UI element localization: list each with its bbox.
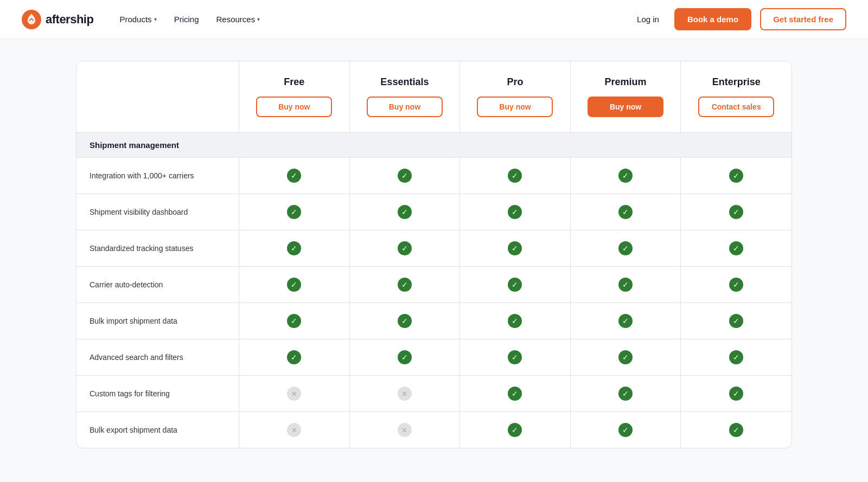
feature-row-visibility: Shipment visibility dashboard ✓ ✓ ✓ ✓ ✓ [76,194,792,230]
plan-name-free: Free [284,76,304,88]
feature-cell: ✓ [681,412,792,448]
nav-products[interactable]: Products ▾ [119,15,156,24]
check-icon: ✓ [729,423,743,437]
buy-essentials-button[interactable]: Buy now [367,97,443,117]
feature-cell: ✓ [350,339,461,375]
feature-cell: ✓ [681,194,792,230]
col-plan-pro: Pro Buy now [460,61,571,132]
check-icon: ✓ [618,169,633,183]
feature-cell: ✓ [571,158,681,194]
feature-cell: ✓ [239,339,350,375]
chevron-down-icon: ▾ [154,16,157,22]
check-icon: ✓ [287,169,301,183]
feature-label-statuses: Standardized tracking statuses [76,230,239,266]
feature-cell: ✓ [681,376,792,412]
feature-row-statuses: Standardized tracking statuses ✓ ✓ ✓ ✓ ✓ [76,230,792,267]
logo-icon [22,10,41,29]
book-demo-button[interactable]: Book a demo [674,8,751,30]
nav-resources[interactable]: Resources ▾ [216,15,260,24]
logo-text: aftership [46,12,93,27]
col-plan-essentials: Essentials Buy now [350,61,461,132]
feature-row-bulk-import: Bulk import shipment data ✓ ✓ ✓ ✓ ✓ [76,303,792,339]
check-icon: ✓ [508,205,522,219]
feature-row-search: Advanced search and filters ✓ ✓ ✓ ✓ ✓ [76,339,792,376]
check-icon: ✓ [287,241,301,255]
check-icon: ✓ [618,314,633,328]
feature-cell: ✓ [460,376,571,412]
check-icon: ✓ [618,387,633,401]
buy-free-button[interactable]: Buy now [256,97,332,117]
buy-pro-button[interactable]: Buy now [477,97,553,117]
feature-cell: ✓ [681,158,792,194]
plan-name-enterprise: Enterprise [712,76,761,88]
login-button[interactable]: Log in [630,10,666,28]
check-icon: ✓ [618,241,633,255]
x-icon: ✕ [398,387,412,401]
feature-cell: ✕ [350,412,461,448]
feature-cell: ✓ [460,158,571,194]
check-icon: ✓ [398,314,412,328]
feature-cell: ✓ [460,230,571,266]
logo[interactable]: aftership [22,10,93,29]
check-icon: ✓ [508,350,522,364]
feature-label-bulk-export: Bulk export shipment data [76,412,239,448]
x-icon: ✕ [287,423,301,437]
section-label-shipment: Shipment management [76,133,792,157]
check-icon: ✓ [508,314,522,328]
check-icon: ✓ [287,205,301,219]
check-icon: ✓ [729,278,743,292]
check-icon: ✓ [618,350,633,364]
nav-pricing[interactable]: Pricing [174,15,199,24]
check-icon: ✓ [398,241,412,255]
feature-cell: ✓ [239,267,350,303]
table-header: Free Buy now Essentials Buy now Pro Buy … [76,61,792,133]
feature-cell: ✓ [460,194,571,230]
feature-row-carriers: Integration with 1,000+ carriers ✓ ✓ ✓ ✓… [76,158,792,194]
check-icon: ✓ [618,205,633,219]
feature-row-bulk-export: Bulk export shipment data ✕ ✕ ✓ ✓ ✓ [76,412,792,448]
x-icon: ✕ [287,387,301,401]
col-plan-free: Free Buy now [239,61,350,132]
col-empty [76,61,239,132]
feature-cell: ✓ [239,194,350,230]
feature-label-visibility: Shipment visibility dashboard [76,194,239,230]
feature-cell: ✓ [681,267,792,303]
feature-cell: ✓ [239,230,350,266]
check-icon: ✓ [618,278,633,292]
check-icon: ✓ [398,350,412,364]
plan-name-premium: Premium [605,76,647,88]
check-icon: ✓ [729,350,743,364]
buy-premium-button[interactable]: Buy now [588,97,663,117]
check-icon: ✓ [508,278,522,292]
check-icon: ✓ [729,387,743,401]
plan-name-essentials: Essentials [380,76,429,88]
feature-cell: ✓ [681,230,792,266]
feature-cell: ✓ [571,339,681,375]
feature-cell: ✓ [239,303,350,339]
col-plan-enterprise: Enterprise Contact sales [681,61,792,132]
feature-cell: ✓ [571,412,681,448]
check-icon: ✓ [508,169,522,183]
chevron-down-icon: ▾ [257,16,260,22]
contact-sales-button[interactable]: Contact sales [698,97,774,117]
feature-cell: ✓ [350,158,461,194]
check-icon: ✓ [398,278,412,292]
feature-cell: ✓ [460,303,571,339]
feature-cell: ✓ [681,339,792,375]
feature-cell: ✓ [460,412,571,448]
feature-cell: ✕ [239,412,350,448]
feature-cell: ✓ [571,230,681,266]
check-icon: ✓ [508,423,522,437]
section-shipment-management: Shipment management [76,133,792,158]
nav-actions: Log in Book a demo Get started free [630,8,846,30]
nav-links: Products ▾ Pricing Resources ▾ [119,15,630,24]
feature-label-search: Advanced search and filters [76,339,239,375]
navbar: aftership Products ▾ Pricing Resources ▾… [0,0,868,39]
feature-cell: ✓ [350,194,461,230]
feature-cell: ✓ [350,267,461,303]
feature-cell: ✓ [460,339,571,375]
get-started-button[interactable]: Get started free [760,8,846,30]
feature-label-bulk-import: Bulk import shipment data [76,303,239,339]
check-icon: ✓ [729,314,743,328]
feature-cell: ✓ [460,267,571,303]
